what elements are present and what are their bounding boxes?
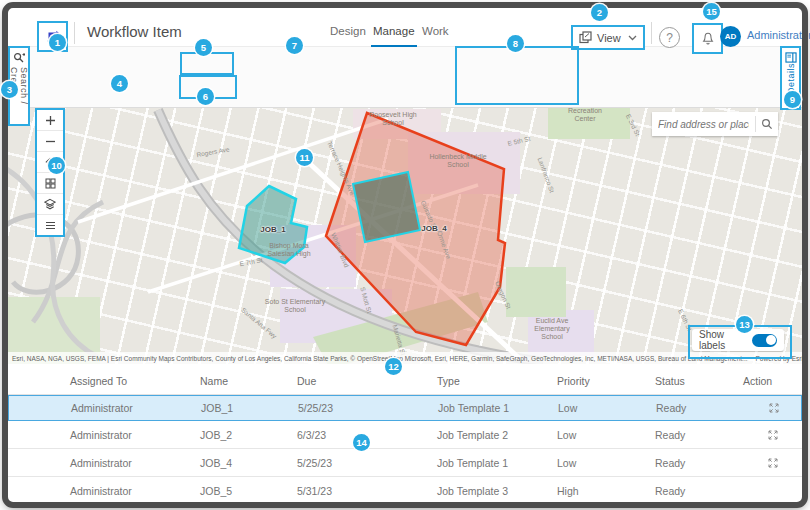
cell-due: 5/25/23 bbox=[297, 457, 437, 469]
table-row[interactable]: Administrator JOB_1 5/25/23 Job Template… bbox=[8, 395, 802, 421]
cell-assigned-to: Administrator bbox=[70, 429, 200, 441]
cell-status: Ready bbox=[656, 402, 744, 414]
map-search-input[interactable] bbox=[652, 119, 755, 130]
table-row[interactable]: Administrator JOB_2 6/3/23 Job Template … bbox=[8, 421, 802, 449]
cell-type: Job Template 1 bbox=[437, 457, 557, 469]
map-label: Bishop Mora Salesian High bbox=[260, 242, 318, 258]
callout-13: 13 bbox=[736, 316, 753, 333]
callout-11: 11 bbox=[296, 149, 313, 166]
zoom-in-button[interactable] bbox=[37, 110, 63, 131]
cell-priority: High bbox=[557, 485, 655, 497]
header-divider-2 bbox=[651, 22, 652, 44]
app-header: Workflow Item Design Manage Work View ? bbox=[8, 8, 802, 47]
user-name: Administrator bbox=[747, 29, 810, 41]
cell-type: Job Template 2 bbox=[437, 429, 557, 441]
app-window: Workflow Item Design Manage Work View ? bbox=[0, 0, 810, 510]
col-status[interactable]: Status bbox=[655, 375, 743, 387]
callout-2: 2 bbox=[591, 4, 608, 21]
map-label: Euclid Ave Elementary School bbox=[529, 317, 575, 341]
header-divider bbox=[74, 22, 75, 44]
tab-manage[interactable]: Manage bbox=[373, 25, 415, 37]
col-name[interactable]: Name bbox=[200, 375, 297, 387]
cell-assigned-to: Administrator bbox=[71, 402, 201, 414]
powered-by-esri: Powered by Esri bbox=[756, 355, 803, 362]
chevron-down-icon bbox=[628, 35, 637, 41]
callout-8: 8 bbox=[507, 35, 524, 52]
search-icon[interactable] bbox=[756, 118, 778, 130]
details-icon bbox=[785, 52, 797, 63]
cell-status: Ready bbox=[655, 457, 743, 469]
view-dropdown[interactable]: View bbox=[571, 25, 645, 50]
callout-12: 12 bbox=[385, 358, 402, 375]
tab-design[interactable]: Design bbox=[330, 25, 366, 37]
col-type[interactable]: Type bbox=[437, 375, 557, 387]
page-title: Workflow Item bbox=[87, 23, 182, 40]
map-search-box bbox=[652, 112, 778, 136]
cell-type: Job Template 3 bbox=[437, 485, 557, 497]
table-row[interactable]: Administrator JOB_4 5/25/23 Job Template… bbox=[8, 449, 802, 477]
tab-work[interactable]: Work bbox=[422, 25, 449, 37]
view-label: View bbox=[597, 32, 621, 44]
cell-assigned-to: Administrator bbox=[70, 457, 200, 469]
callout-4: 4 bbox=[111, 75, 128, 92]
cell-status: Ready bbox=[655, 429, 743, 441]
help-icon: ? bbox=[666, 31, 673, 45]
jobs-table: Assigned To Name Due Type Priority Statu… bbox=[8, 364, 802, 502]
callout-14: 14 bbox=[353, 434, 370, 451]
manage-toolbar bbox=[8, 46, 802, 108]
col-action: Action bbox=[743, 375, 803, 387]
job4-map-label: JOB_4 bbox=[421, 224, 446, 233]
col-assigned-to[interactable]: Assigned To bbox=[70, 375, 200, 387]
cell-name: JOB_5 bbox=[200, 485, 297, 497]
table-row[interactable]: Administrator JOB_5 5/31/23 Job Template… bbox=[8, 477, 802, 505]
cell-due: 5/25/23 bbox=[298, 402, 438, 414]
cell-priority: Low bbox=[557, 429, 655, 441]
cell-type: Job Template 1 bbox=[438, 402, 558, 414]
job1-map-label: JOB_1 bbox=[260, 225, 285, 234]
cell-status: Ready bbox=[655, 485, 743, 497]
map-label: Recreation Center bbox=[559, 107, 611, 123]
cell-priority: Low bbox=[558, 402, 656, 414]
zoom-to-job-icon[interactable] bbox=[743, 430, 803, 440]
show-labels-control: Show labels bbox=[692, 329, 784, 351]
col-priority[interactable]: Priority bbox=[557, 375, 655, 387]
search-create-icon bbox=[13, 52, 25, 64]
callout-10: 10 bbox=[48, 157, 65, 174]
callout-5: 5 bbox=[195, 39, 212, 56]
zoom-to-job-icon[interactable] bbox=[744, 403, 804, 413]
cell-name: JOB_4 bbox=[200, 457, 297, 469]
job-overlap-polygon bbox=[353, 172, 420, 242]
cell-due: 5/31/23 bbox=[297, 485, 437, 497]
table-header: Assigned To Name Due Type Priority Statu… bbox=[8, 368, 802, 395]
zoom-out-button[interactable] bbox=[37, 131, 63, 152]
col-due[interactable]: Due bbox=[297, 375, 437, 387]
avatar[interactable]: AD bbox=[720, 26, 741, 47]
map-label: Hollenbeck Middle School bbox=[429, 153, 487, 169]
cell-priority: Low bbox=[557, 457, 655, 469]
map-canvas[interactable]: Roosevelt High School Recreation Center … bbox=[8, 107, 802, 364]
callout-15: 15 bbox=[703, 3, 720, 20]
map-label: Soto St Elementary School bbox=[263, 298, 327, 314]
notifications-button[interactable] bbox=[692, 23, 723, 54]
bell-icon bbox=[701, 31, 715, 46]
attribution-text: Esri, NASA, NGA, USGS, FEMA | Esri Commu… bbox=[12, 355, 748, 362]
cell-name: JOB_2 bbox=[200, 429, 297, 441]
map-label: Roosevelt High School bbox=[364, 111, 422, 127]
legend-button[interactable] bbox=[37, 215, 63, 235]
map-attribution: Esri, NASA, NGA, USGS, FEMA | Esri Commu… bbox=[8, 352, 802, 364]
show-labels-toggle[interactable] bbox=[752, 334, 777, 347]
view-icon bbox=[579, 31, 592, 44]
basemap-button[interactable] bbox=[37, 173, 63, 194]
callout-7: 7 bbox=[286, 37, 303, 54]
zoom-to-job-icon[interactable] bbox=[743, 458, 803, 468]
layers-button[interactable] bbox=[37, 194, 63, 215]
cell-name: JOB_1 bbox=[201, 402, 298, 414]
help-button[interactable]: ? bbox=[659, 27, 680, 48]
callout-6: 6 bbox=[197, 88, 214, 105]
callout-3: 3 bbox=[1, 81, 18, 98]
callout-1: 1 bbox=[49, 34, 66, 51]
callout-9: 9 bbox=[784, 91, 801, 108]
cell-assigned-to: Administrator bbox=[70, 485, 200, 497]
details-label: Details bbox=[786, 63, 796, 94]
